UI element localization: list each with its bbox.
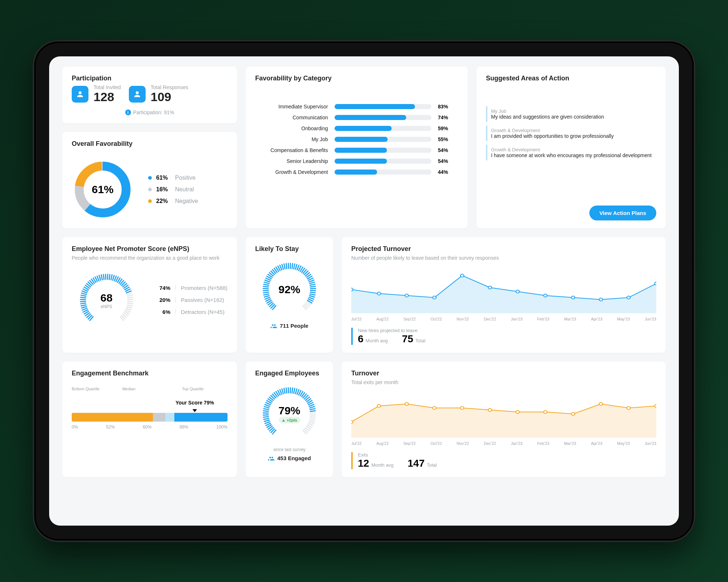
category-row: My Job55% [255,134,458,145]
svg-point-203 [571,412,575,415]
engaged-title: Engaged Employees [255,370,324,377]
svg-point-202 [544,411,547,414]
svg-point-133 [627,296,630,299]
svg-point-125 [405,294,408,297]
category-row: Communication74% [255,112,458,123]
turnover-metric-title: Exits [358,452,437,458]
svg-point-201 [516,411,519,414]
svg-point-205 [627,407,630,410]
suggested-item[interactable]: Growth & DevelopmentI am provided with o… [486,125,656,141]
svg-point-126 [433,296,436,299]
benchmark-title: Engagement Benchmark [72,370,228,377]
benchmark-bar [72,413,228,422]
legend-dot-icon [148,199,152,203]
card-overall-favorability: Overall Favorability 61% 61%Positive16%N… [62,132,237,228]
favorability-title: Overall Favorability [72,140,228,148]
view-action-plans-button[interactable]: View Action Plans [589,206,656,220]
engaged-since: since last survey [255,447,324,452]
card-likely-to-stay: Likely To Stay 92% 711 People [246,237,333,353]
benchmark-score-label: Your Score 79% [175,400,214,406]
svg-point-200 [488,408,491,411]
engaged-people: 453 Engaged [277,455,311,461]
enps-row: 74%Promoters (N=588) [154,285,228,291]
category-row: Onboarding59% [255,123,458,134]
card-engagement-benchmark: Engagement Benchmark Bottom Quartile Med… [62,362,237,477]
svg-point-128 [488,286,491,289]
enps-row: 20%Passives (N=162) [154,297,228,303]
suggested-list: My JobMy ideas and suggestions are given… [486,103,656,164]
projected-title: Projected Turnover [351,245,656,253]
category-row: Compensation & Benefits54% [255,145,458,156]
card-enps: Employee Net Promoter Score (eNPS) Peopl… [62,237,237,353]
stat-invited: Total Invited 128 [72,84,121,104]
turnover-subtitle: Total exits per month [351,379,656,385]
enps-row: 6%Detractors (N=45) [154,309,228,315]
card-favorability-category: Favorability by Category Immediate Super… [246,67,468,228]
person-icon [129,86,146,103]
svg-point-199 [460,407,464,410]
enps-title: Employee Net Promoter Score (eNPS) [72,245,228,253]
turnover-m1: 12 [358,458,369,469]
enps-score-label: eNPS [101,304,112,309]
dashboard-screen: Participation Total Invited 128 Total Re… [49,56,679,526]
participation-title: Participation [72,75,228,82]
benchmark-top-labels: Bottom Quartile Median . Top Quartile . [72,387,228,391]
stay-value: 92% [278,283,300,296]
card-projected-turnover: Projected Turnover Number of people like… [342,237,666,353]
card-suggested-actions: Suggested Areas of Action My JobMy ideas… [476,67,666,228]
marker-triangle-icon [193,409,197,412]
people-icon [270,323,277,328]
svg-point-129 [516,290,519,293]
category-title: Favorability by Category [255,75,458,82]
invited-value: 128 [94,90,121,104]
category-row: Growth & Development44% [255,167,458,178]
svg-point-195 [351,420,353,423]
stay-title: Likely To Stay [255,245,324,253]
legend-row: 22%Negative [148,198,198,204]
turnover-m1-label: Month avg [371,462,393,468]
favorability-legend: 61%Positive16%Neutral22%Negative [148,175,198,204]
projected-m1: 6 [358,333,364,344]
svg-point-206 [654,404,656,407]
projected-m1-label: Month avg [366,338,388,343]
projected-area-chart [351,266,656,313]
responses-label: Total Responses [151,84,189,90]
turnover-m2: 147 [408,458,425,469]
svg-point-123 [351,288,353,291]
suggested-title: Suggested Areas of Action [486,75,656,82]
category-bar-list: Immediate Supervisor83%Communication74%O… [255,101,458,178]
turnover-m2-label: Total [427,462,436,468]
legend-dot-icon [148,176,152,180]
tablet-frame: Participation Total Invited 128 Total Re… [33,40,695,542]
stay-gauge: 92% [258,259,320,320]
engaged-value: 79% [278,404,300,417]
info-icon[interactable]: i [125,109,131,115]
legend-row: 16%Neutral [148,186,198,193]
svg-point-198 [433,407,436,410]
svg-point-131 [571,296,575,299]
svg-point-196 [377,404,381,407]
turnover-xaxis: Jul'22Aug'22Sep'22Oct'22Nov'22Dec'22Jan'… [351,441,656,446]
enps-subtitle: People who recommend the organization as… [72,255,228,261]
card-turnover: Turnover Total exits per month Jul'22Aug… [342,362,666,477]
svg-point-124 [377,292,381,295]
legend-dot-icon [148,188,152,191]
invited-label: Total Invited [94,84,121,90]
projected-xaxis: Jul'22Aug'22Sep'22Oct'22Nov'22Dec'22Jan'… [351,317,656,321]
favorability-center: 61% [72,159,134,220]
enps-breakdown: 74%Promoters (N=588)20%Passives (N=162)6… [154,285,228,315]
suggested-item[interactable]: My JobMy ideas and suggestions are given… [486,106,656,122]
svg-point-127 [460,274,464,277]
category-row: Senior Leadership54% [255,156,458,167]
engaged-delta: ▲ +2pts [279,417,300,423]
projected-subtitle: Number of people likely to leave based o… [351,255,656,261]
svg-point-134 [654,282,656,285]
turnover-title: Turnover [351,370,656,377]
participation-footer: Participation: 91% [133,109,174,115]
people-icon [268,456,274,461]
stat-responses: Total Responses 109 [129,84,189,104]
enps-score: 68 [100,292,112,304]
turnover-area-chart [351,390,656,438]
suggested-item[interactable]: Growth & DevelopmentI have someone at wo… [486,145,656,160]
svg-point-130 [544,294,547,297]
